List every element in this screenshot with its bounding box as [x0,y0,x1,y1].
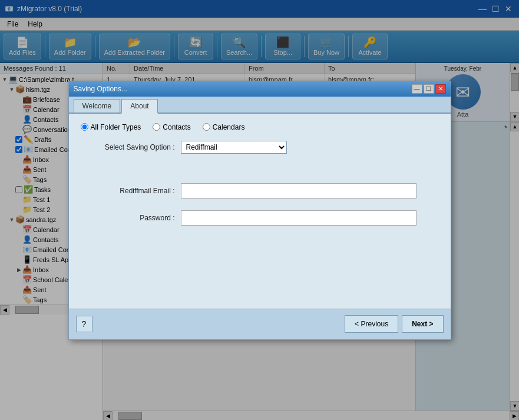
radio-calendars[interactable]: Calendars [203,123,245,131]
saving-options-dialog: Saving Options... — ☐ ✕ Welcome About Al… [68,81,451,340]
email-input[interactable] [181,183,416,199]
modal-overlay: Saving Options... — ☐ ✕ Welcome About Al… [0,0,519,420]
previous-button[interactable]: < Previous [345,315,398,333]
dialog-maximize-button[interactable]: ☐ [424,84,434,94]
radio-group: All Folder Types Contacts Calendars [81,123,439,131]
spacer-1 [81,166,439,183]
select-saving-label: Select Saving Option : [81,143,175,151]
radio-contacts-label: Contacts [163,123,190,131]
help-button[interactable]: ? [76,316,92,332]
radio-all-folder-types[interactable]: All Folder Types [81,123,141,131]
radio-all-input[interactable] [81,123,88,131]
password-field-row: Password : [81,210,439,226]
radio-all-label: All Folder Types [91,123,141,131]
dialog-titlebar-btns: — ☐ ✕ [412,84,446,94]
tab-about[interactable]: About [121,99,157,114]
footer-nav-buttons: < Previous Next > [345,315,443,333]
dialog-tabs: Welcome About [69,97,451,114]
dialog-minimize-button[interactable]: — [412,84,422,94]
next-button[interactable]: Next > [402,315,443,333]
password-field-label: Password : [81,214,175,222]
dialog-titlebar: Saving Options... — ☐ ✕ [69,81,451,97]
select-saving-option-row: Select Saving Option : Rediffmail Gmail … [81,141,439,154]
radio-contacts[interactable]: Contacts [153,123,190,131]
tab-welcome[interactable]: Welcome [74,99,121,113]
saving-option-select[interactable]: Rediffmail Gmail Yahoo Outlook [181,141,287,154]
dialog-close-button[interactable]: ✕ [435,84,446,94]
dialog-content: All Folder Types Contacts Calendars Sele… [69,114,451,309]
password-input[interactable] [181,210,416,226]
email-field-row: Rediffmail Email : [81,183,439,199]
radio-calendars-input[interactable] [203,123,210,131]
dialog-title: Saving Options... [74,85,127,93]
dialog-footer: ? < Previous Next > [69,309,451,339]
email-field-label: Rediffmail Email : [81,187,175,195]
radio-calendars-label: Calendars [213,123,245,131]
radio-contacts-input[interactable] [153,123,160,131]
